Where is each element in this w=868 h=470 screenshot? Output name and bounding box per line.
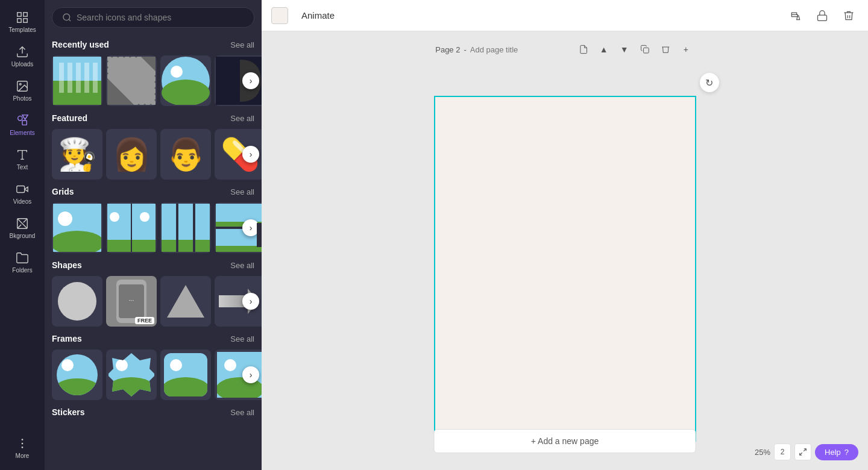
featured-title: Featured (52, 113, 87, 123)
page-note-button[interactable] (575, 41, 592, 58)
grids-see-all[interactable]: See all (230, 187, 254, 196)
shapes-header: Shapes See all (45, 255, 262, 274)
svg-rect-47 (132, 240, 156, 252)
animate-button[interactable]: Animate (295, 7, 341, 24)
format-painter-button[interactable] (786, 6, 805, 25)
svg-marker-68 (167, 285, 204, 318)
thumb-grid-3[interactable] (160, 202, 211, 253)
page-title-input[interactable] (470, 45, 571, 54)
frames-header: Frames See all (45, 329, 262, 347)
shapes-next-btn[interactable]: › (242, 293, 259, 310)
thumb-grid-2[interactable] (106, 202, 157, 253)
thumb-grid-1[interactable] (52, 202, 102, 253)
svg-rect-86 (643, 48, 649, 53)
featured-see-all[interactable]: See all (230, 114, 254, 123)
svg-point-38 (162, 80, 210, 105)
svg-rect-25 (84, 63, 89, 93)
panel-collapse-handle[interactable]: ‹ (257, 223, 262, 247)
grid-icon (16, 11, 29, 24)
sidebar-item-more[interactable]: More (0, 431, 45, 465)
svg-point-18 (63, 14, 70, 20)
duplicate-icon (640, 45, 650, 54)
thumb-featured-3[interactable]: 👨 (160, 129, 211, 180)
thumb-frame-circle[interactable] (52, 349, 102, 400)
frames-next-btn[interactable]: › (242, 366, 259, 383)
svg-rect-3 (24, 19, 27, 22)
sidebar-item-folders[interactable]: Folders (0, 245, 45, 280)
expand-button[interactable] (794, 443, 811, 460)
svg-rect-62 (216, 246, 262, 252)
main-area: Animate Page 2 - (262, 0, 868, 470)
frames-title: Frames (52, 334, 82, 343)
thumb-frame-rounded[interactable] (160, 349, 211, 400)
page-trash-icon (661, 45, 670, 54)
thumb-recent-2[interactable] (106, 55, 157, 106)
thumb-shape-circle[interactable] (52, 276, 102, 327)
svg-point-80 (163, 377, 209, 398)
shapes-row: ··· FREE › (45, 274, 262, 329)
sidebar-nav: Templates Uploads Photos Elements Text V… (0, 0, 45, 470)
svg-point-17 (22, 446, 24, 448)
svg-rect-26 (93, 63, 98, 93)
color-swatch[interactable] (271, 7, 288, 24)
svg-point-76 (108, 377, 154, 398)
sidebar-item-photos[interactable]: Photos (0, 74, 45, 108)
thumb-frame-badge[interactable] (106, 349, 157, 400)
sidebar-item-templates[interactable]: Templates (0, 5, 45, 39)
video-icon (16, 183, 29, 196)
svg-point-6 (19, 83, 21, 85)
recently-used-row: › (45, 53, 262, 108)
sidebar-item-background[interactable]: Bkground (0, 211, 45, 245)
svg-point-81 (170, 359, 182, 371)
thumb-featured-1[interactable]: 🧑‍🍳 (52, 129, 102, 180)
bottom-controls: 25% 2 Help ? (755, 443, 858, 460)
recently-used-see-all[interactable]: See all (230, 40, 254, 49)
thumb-shape-triangle[interactable] (160, 276, 211, 327)
page-count-badge[interactable]: 2 (774, 443, 791, 460)
svg-point-7 (18, 116, 22, 121)
lock-icon (816, 10, 828, 22)
svg-point-64 (58, 282, 96, 321)
svg-text:···: ··· (129, 297, 134, 304)
featured-next-btn[interactable]: › (242, 146, 259, 163)
delete-button[interactable] (839, 6, 858, 25)
thumb-recent-3[interactable] (160, 55, 211, 106)
thumb-shape-phone[interactable]: ··· FREE (106, 276, 157, 327)
sidebar-item-elements[interactable]: Elements (0, 108, 45, 142)
svg-marker-9 (22, 115, 28, 119)
svg-rect-1 (24, 13, 27, 16)
page-up-button[interactable]: ▲ (596, 41, 612, 58)
page-duplicate-button[interactable] (637, 41, 653, 58)
page-delete-button[interactable] (657, 41, 674, 58)
grids-title: Grids (52, 187, 74, 196)
search-bar[interactable] (52, 7, 254, 28)
stickers-see-all[interactable]: See all (230, 408, 254, 417)
add-page-button[interactable]: + Add a new page (434, 429, 696, 453)
svg-rect-54 (162, 240, 176, 252)
svg-point-15 (22, 439, 24, 440)
background-icon (16, 217, 29, 230)
sidebar-item-videos[interactable]: Videos (0, 177, 45, 211)
page-add-button[interactable]: + (678, 41, 694, 58)
recently-used-title: Recently used (52, 40, 109, 49)
canvas-page: ↻ (434, 96, 696, 442)
refresh-button[interactable]: ↻ (700, 73, 719, 92)
page-down-button[interactable]: ▼ (616, 41, 633, 58)
canvas-viewport: Page 2 - ▲ ▼ + ↻ (262, 31, 868, 470)
featured-row: 🧑‍🍳 👩 👨 💊 › (45, 127, 262, 182)
svg-point-43 (58, 212, 72, 226)
svg-point-84 (224, 359, 236, 371)
svg-point-73 (61, 359, 74, 371)
help-button[interactable]: Help ? (815, 444, 858, 460)
thumb-recent-1[interactable] (52, 55, 102, 106)
thumb-featured-2[interactable]: 👩 (106, 129, 157, 180)
frames-see-all[interactable]: See all (230, 334, 254, 343)
sidebar-item-text[interactable]: Text (0, 142, 45, 177)
recently-used-next-btn[interactable]: › (242, 72, 259, 89)
grids-header: Grids See all (45, 182, 262, 200)
svg-rect-2 (17, 19, 21, 22)
lock-button[interactable] (813, 6, 832, 25)
search-input[interactable] (77, 13, 244, 22)
sidebar-item-uploads[interactable]: Uploads (0, 39, 45, 74)
shapes-see-all[interactable]: See all (230, 261, 254, 270)
